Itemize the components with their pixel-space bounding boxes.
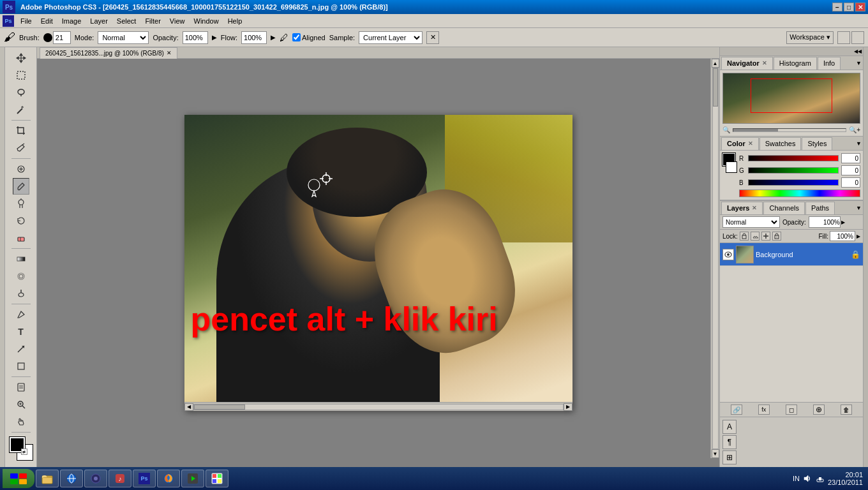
layers-tab-close[interactable]: ✕ bbox=[752, 205, 757, 211]
lock-all-icon[interactable] bbox=[772, 232, 781, 241]
layer-new-btn[interactable]: ⊕ bbox=[813, 405, 825, 415]
tab-paths[interactable]: Paths bbox=[805, 202, 835, 214]
taskbar-photoshop[interactable]: Ps bbox=[133, 470, 156, 487]
start-button[interactable] bbox=[3, 469, 34, 488]
scroll-up-btn[interactable]: ▲ bbox=[712, 59, 719, 68]
color-picker[interactable]: ⇄ bbox=[10, 437, 33, 460]
flow-arrow[interactable]: ▶ bbox=[271, 34, 276, 41]
tool-move[interactable] bbox=[13, 50, 29, 66]
color-spectrum[interactable] bbox=[739, 189, 860, 197]
scroll-down-btn[interactable]: ▼ bbox=[712, 449, 719, 458]
layer-link-btn[interactable]: 🔗 bbox=[731, 405, 742, 415]
blue-slider[interactable] bbox=[748, 179, 839, 186]
tool-crop[interactable] bbox=[13, 122, 29, 139]
zoom-slider-track[interactable] bbox=[733, 128, 846, 132]
red-slider[interactable] bbox=[748, 155, 839, 161]
tool-path-select[interactable] bbox=[13, 341, 29, 357]
opacity-arrow[interactable]: ▶ bbox=[841, 219, 845, 225]
tool-blur[interactable] bbox=[13, 268, 29, 285]
menu-layer[interactable]: Layer bbox=[86, 16, 112, 26]
menu-filter[interactable]: Filter bbox=[141, 16, 164, 26]
menu-select[interactable]: Select bbox=[113, 16, 140, 26]
lock-transparent-icon[interactable] bbox=[740, 232, 749, 241]
menu-help[interactable]: Help bbox=[224, 16, 246, 26]
blue-input[interactable] bbox=[841, 177, 860, 188]
navigator-tab-close[interactable]: ✕ bbox=[762, 60, 767, 66]
aligned-checkbox[interactable] bbox=[292, 33, 301, 41]
tool-marquee[interactable] bbox=[13, 67, 29, 84]
lock-position-icon[interactable] bbox=[761, 232, 770, 241]
layer-mask-btn[interactable]: ◻ bbox=[786, 405, 797, 415]
opacity-input[interactable] bbox=[183, 31, 208, 44]
zoom-slider-thumb[interactable] bbox=[733, 129, 778, 131]
tool-magic-wand[interactable] bbox=[13, 101, 29, 118]
tab-color[interactable]: Color ✕ bbox=[721, 137, 759, 150]
tool-eyedropper[interactable] bbox=[13, 140, 29, 156]
taskbar-paint[interactable] bbox=[206, 470, 228, 487]
extra-btn-1[interactable] bbox=[837, 31, 850, 44]
color-tab-close[interactable]: ✕ bbox=[748, 140, 753, 147]
taskbar-app4[interactable]: ♪ bbox=[108, 470, 131, 487]
blend-mode-select[interactable]: Normal bbox=[722, 216, 780, 228]
taskbar-explorer[interactable] bbox=[36, 470, 59, 487]
menu-edit[interactable]: Edit bbox=[37, 16, 57, 26]
tool-gradient[interactable] bbox=[13, 251, 29, 267]
tab-layers[interactable]: Layers ✕ bbox=[721, 202, 763, 214]
extra-btn-2[interactable] bbox=[851, 31, 864, 44]
opacity-value[interactable] bbox=[809, 216, 841, 228]
layer-fx-btn[interactable]: fx bbox=[758, 405, 770, 415]
tool-pen[interactable] bbox=[13, 306, 29, 323]
document-tab[interactable]: 260425_15612835...jpg @ 100% (RGB/8) ✕ bbox=[40, 47, 177, 59]
tab-navigator[interactable]: Navigator ✕ bbox=[721, 57, 773, 70]
scroll-left-btn[interactable]: ◀ bbox=[184, 403, 193, 411]
taskbar-media2[interactable] bbox=[181, 470, 204, 487]
red-input[interactable] bbox=[841, 153, 860, 163]
zoom-in-icon[interactable]: 🔍+ bbox=[849, 126, 860, 133]
table-btn[interactable]: ⊞ bbox=[722, 450, 737, 464]
tab-channels[interactable]: Channels bbox=[763, 202, 804, 214]
tab-styles[interactable]: Styles bbox=[802, 137, 832, 150]
panel-menu-btn[interactable]: ▼ bbox=[856, 60, 862, 66]
tool-eraser[interactable] bbox=[13, 230, 29, 246]
speaker-icon[interactable] bbox=[802, 473, 812, 484]
color-panel-menu[interactable]: ▼ bbox=[856, 140, 862, 147]
minimize-button[interactable]: − bbox=[832, 3, 842, 11]
layer-item-background[interactable]: Background 🔒 bbox=[720, 243, 863, 266]
brush-size-input[interactable] bbox=[53, 31, 71, 44]
scroll-right-btn[interactable]: ▶ bbox=[564, 403, 572, 411]
title-controls[interactable]: − □ ✕ bbox=[832, 3, 865, 11]
maximize-button[interactable]: □ bbox=[844, 3, 854, 11]
menu-image[interactable]: Image bbox=[58, 16, 86, 26]
menu-window[interactable]: Window bbox=[190, 16, 223, 26]
lock-image-icon[interactable] bbox=[751, 232, 760, 241]
paragraph-panel-btn[interactable]: ¶ bbox=[722, 435, 737, 449]
fill-arrow[interactable]: ▶ bbox=[857, 234, 860, 239]
v-scroll-thumb[interactable] bbox=[713, 68, 718, 107]
h-scroll-thumb[interactable] bbox=[194, 405, 245, 410]
flow-input[interactable] bbox=[241, 31, 267, 44]
tool-notes[interactable] bbox=[13, 379, 29, 396]
workspace-button[interactable]: Workspace ▾ bbox=[786, 31, 834, 44]
tool-text[interactable]: T bbox=[13, 323, 29, 340]
layer-visibility-eye[interactable] bbox=[722, 249, 734, 260]
h-scrollbar[interactable]: ◀ ▶ bbox=[184, 402, 572, 411]
tab-histogram[interactable]: Histogram bbox=[774, 57, 817, 70]
swap-colors-icon[interactable]: ⇄ bbox=[21, 449, 27, 455]
color-bg-swatch[interactable] bbox=[726, 162, 737, 172]
close-button[interactable]: ✕ bbox=[855, 3, 865, 11]
doc-tab-close[interactable]: ✕ bbox=[167, 50, 172, 56]
canvas-image[interactable]: pencet alt + klik kiri bbox=[184, 115, 572, 402]
character-panel-btn[interactable]: A bbox=[722, 420, 737, 434]
tab-info[interactable]: Info bbox=[818, 57, 841, 70]
fill-value[interactable] bbox=[830, 231, 855, 241]
green-slider[interactable] bbox=[748, 167, 839, 174]
layers-panel-menu[interactable]: ▼ bbox=[856, 205, 862, 211]
tool-hand[interactable] bbox=[13, 413, 29, 430]
tool-brush[interactable] bbox=[13, 178, 29, 195]
tool-dodge[interactable] bbox=[13, 285, 29, 302]
menu-view[interactable]: View bbox=[166, 16, 189, 26]
airbrush-icon[interactable]: 🖊 bbox=[280, 33, 288, 43]
taskbar-media[interactable] bbox=[84, 470, 107, 487]
taskbar-firefox[interactable] bbox=[157, 470, 180, 487]
opacity-arrow[interactable]: ▶ bbox=[212, 34, 217, 41]
